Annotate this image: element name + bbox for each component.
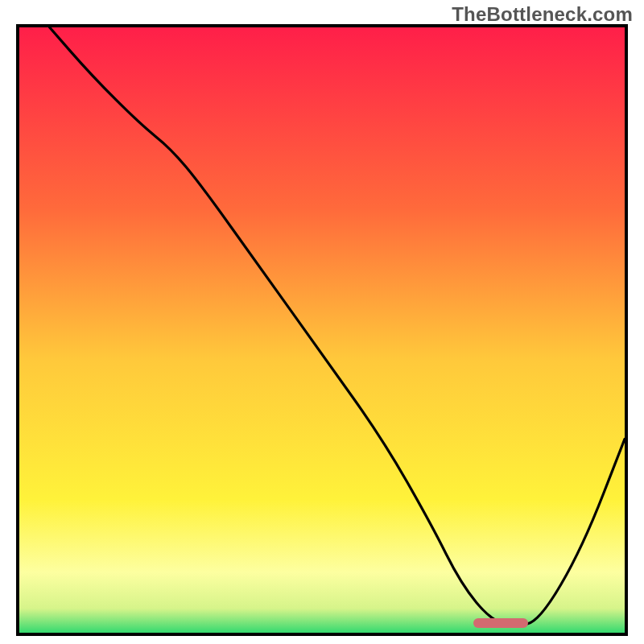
chart-curve	[19, 27, 625, 633]
chart-container: TheBottleneck.com	[0, 0, 644, 644]
minimum-marker-pill	[473, 618, 528, 628]
chart-frame	[16, 24, 628, 636]
watermark-text: TheBottleneck.com	[452, 3, 633, 26]
